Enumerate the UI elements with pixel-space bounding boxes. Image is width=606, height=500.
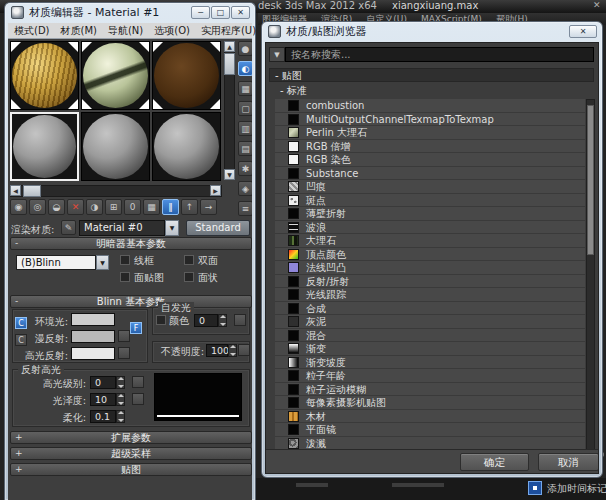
sample-hscrollbar[interactable]	[10, 185, 222, 197]
cancel-button[interactable]: 取消	[538, 453, 599, 471]
map-list-item[interactable]: 反射/折射	[275, 275, 585, 289]
sample-type-sphere-icon[interactable]: ●	[238, 41, 252, 56]
scroll-left-icon[interactable]: ◀	[10, 185, 21, 196]
map-list-item[interactable]: 粒子运动模糊	[275, 383, 585, 397]
rollout-扩展参数[interactable]: +扩展参数	[10, 431, 252, 444]
material-map-navigator-icon[interactable]: ≡	[238, 201, 252, 216]
shader-dropdown-arrow-icon[interactable]: ▼	[96, 255, 109, 270]
add-time-tag-label[interactable]: 添加时间标记	[547, 482, 606, 496]
maximize-button[interactable]: □	[211, 6, 230, 19]
map-list-item[interactable]: combustion	[275, 99, 585, 113]
checkbox-面状[interactable]	[184, 272, 194, 282]
ok-button[interactable]: 确定	[460, 453, 529, 471]
checkbox-双面[interactable]	[184, 255, 194, 265]
pick-material-eyedropper-icon[interactable]: ✎	[61, 220, 76, 235]
specular-map-button[interactable]	[118, 347, 130, 359]
editor-menu-item[interactable]: 材质(M)	[61, 23, 97, 38]
rollout-贴图[interactable]: +贴图	[10, 463, 252, 476]
diffuse-map-button[interactable]	[118, 330, 130, 342]
add-time-tag-icon[interactable]	[528, 481, 542, 495]
background-icon[interactable]: ▦	[238, 81, 252, 96]
sample-slot[interactable]	[10, 112, 79, 181]
go-to-parent-icon[interactable]: ↑	[181, 199, 198, 215]
highlight-row-spinner[interactable]	[116, 410, 125, 423]
map-list-item[interactable]: 平面镜	[275, 423, 585, 437]
editor-menu-item[interactable]: 选项(O)	[154, 23, 190, 38]
diffuse-color-swatch[interactable]	[71, 330, 115, 343]
map-list-item[interactable]: 泼溅	[275, 437, 585, 451]
map-list-item[interactable]: Substance	[275, 167, 585, 181]
map-list-item[interactable]: 粒子年龄	[275, 369, 585, 383]
map-list-item[interactable]: 波浪	[275, 221, 585, 235]
video-color-check-icon[interactable]: ▥	[238, 121, 252, 136]
scroll-up-icon[interactable]: ▲	[224, 41, 235, 52]
tree-node-maps[interactable]: - 贴图	[269, 68, 594, 82]
highlight-row-value[interactable]: 0.1	[90, 410, 116, 423]
put-material-to-scene-icon[interactable]: ◎	[29, 199, 46, 215]
go-forward-to-sibling-icon[interactable]: →	[200, 199, 217, 215]
editor-menu-item[interactable]: 导航(N)	[108, 23, 143, 38]
sample-slot[interactable]	[81, 112, 150, 181]
map-list-item[interactable]: RGB 染色	[275, 153, 585, 167]
map-list-item[interactable]: 大理石	[275, 234, 585, 248]
main-close-icon[interactable]: ✕	[593, 0, 601, 10]
material-name-dropdown[interactable]: Material #0	[79, 220, 165, 236]
tree-node-standard[interactable]: - 标准	[275, 84, 594, 97]
self-illum-map-button[interactable]	[234, 314, 246, 326]
sample-slot[interactable]	[81, 41, 150, 110]
browser-titlebar[interactable]: 材质/贴图浏览器	[262, 22, 602, 41]
material-id-channel-icon[interactable]: 0	[124, 199, 141, 215]
specular-color-swatch[interactable]	[71, 347, 115, 360]
material-type-button[interactable]: Standard	[186, 220, 250, 236]
sample-vscroll-thumb[interactable]	[224, 53, 235, 75]
map-list-item[interactable]: 每像素摄影机贴图	[275, 396, 585, 410]
map-list-item[interactable]: 顶点颜色	[275, 248, 585, 262]
editor-menu-item[interactable]: 实用程序(U)	[201, 23, 256, 38]
map-list-item[interactable]: MultiOutputChannelTexmapToTexmap	[275, 113, 585, 127]
backlight-icon[interactable]: ◐	[238, 61, 252, 76]
map-list-item[interactable]: 斑点	[275, 194, 585, 208]
highlight-row-value[interactable]: 0	[90, 376, 116, 389]
sample-uv-tiling-icon[interactable]: ▢	[238, 101, 252, 116]
make-preview-icon[interactable]: ▤	[238, 141, 252, 156]
ambient-color-swatch[interactable]	[71, 313, 115, 326]
select-by-material-icon[interactable]: ◈	[238, 181, 252, 196]
lock-color-maps-button[interactable]: F	[130, 322, 142, 334]
search-input[interactable]: 按名称搜索...	[285, 47, 594, 62]
browser-scroll-thumb[interactable]	[587, 105, 594, 255]
show-end-result-icon[interactable]: ‖	[162, 199, 179, 215]
highlight-row-spinner[interactable]	[116, 376, 125, 389]
show-map-in-viewport-icon[interactable]: ▦	[143, 199, 160, 215]
browser-close-button[interactable]: ✕	[569, 25, 597, 38]
rollout-超级采样[interactable]: +超级采样	[10, 447, 252, 460]
close-button[interactable]: ✕	[231, 6, 250, 19]
self-illum-value[interactable]: 0	[194, 314, 218, 327]
search-options-arrow-icon[interactable]: ▼	[269, 47, 285, 62]
map-list-item[interactable]: 合成	[275, 302, 585, 316]
scroll-right-icon[interactable]: ▶	[210, 185, 221, 196]
map-list-item[interactable]: 光线跟踪	[275, 288, 585, 302]
map-list-item[interactable]: 渐变坡度	[275, 356, 585, 370]
make-material-copy-icon[interactable]: ◑	[86, 199, 103, 215]
editor-menu-item[interactable]: 模式(D)	[14, 23, 50, 38]
assign-material-to-selection-icon[interactable]: ◒	[48, 199, 65, 215]
checkbox-线框[interactable]	[120, 255, 130, 265]
sample-slot[interactable]	[10, 41, 79, 110]
highlight-row-spinner[interactable]	[116, 393, 125, 406]
self-illum-spinner[interactable]	[218, 314, 227, 327]
lock-diffuse-specular-button[interactable]: C	[15, 334, 27, 346]
highlight-map-button[interactable]	[132, 393, 144, 405]
options-icon[interactable]: ✱	[238, 161, 252, 176]
put-to-library-icon[interactable]: ⊞	[105, 199, 122, 215]
map-list-item[interactable]: 渐变	[275, 342, 585, 356]
material-name-dropdown-arrow-icon[interactable]: ▼	[165, 220, 179, 236]
map-list-item[interactable]: 木材	[275, 410, 585, 424]
highlight-map-button[interactable]	[132, 376, 144, 388]
opacity-value[interactable]: 100	[206, 344, 228, 357]
scroll-down-icon[interactable]: ▼	[224, 169, 235, 180]
sample-slot[interactable]	[152, 41, 221, 110]
checkbox-面贴图[interactable]	[120, 272, 130, 282]
map-list-item[interactable]: 薄壁折射	[275, 207, 585, 221]
map-list-item[interactable]: 混合	[275, 329, 585, 343]
reset-map-icon[interactable]: ✕	[67, 199, 84, 215]
